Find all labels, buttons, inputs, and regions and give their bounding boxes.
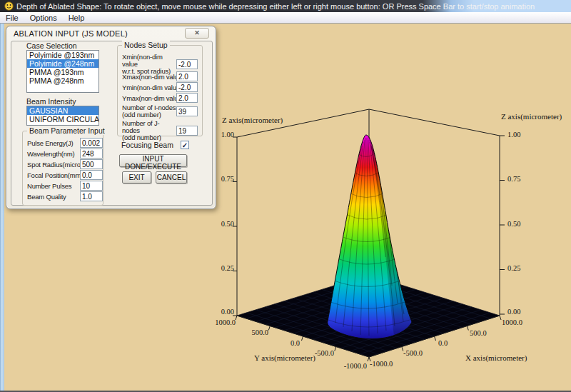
exit-button[interactable]: EXIT: [122, 171, 151, 184]
svg-text:-1000.0: -1000.0: [344, 362, 367, 370]
i-nodes-label: Number of I-nodes (odd number): [122, 104, 176, 119]
y-axis-title: Y axis(micrometer): [254, 353, 315, 363]
close-icon[interactable]: ✕: [185, 28, 209, 39]
svg-text:-500.0: -500.0: [403, 349, 423, 357]
svg-text:1000.0: 1000.0: [215, 318, 236, 326]
window-title: Depth of Ablated Shape: To rotate object…: [16, 2, 535, 11]
svg-text:500.0: 500.0: [470, 329, 487, 337]
number-pulses-label: Number Pulses: [27, 182, 80, 190]
xmin-field[interactable]: [176, 59, 198, 69]
svg-text:0.0: 0.0: [290, 339, 300, 347]
svg-text:-500.0: -500.0: [315, 349, 334, 357]
nodes-setup-group: Nodes Setup Xmin(non-dim value w.r.t. sp…: [117, 45, 203, 136]
wavelength-field[interactable]: [80, 149, 103, 159]
app-window: Depth of Ablated Shape: To rotate object…: [0, 0, 571, 392]
case-selection-label: Case Selection: [26, 41, 77, 50]
list-item-uniform-circular[interactable]: UNIFORM CIRCULAR: [27, 115, 98, 124]
number-pulses-field[interactable]: [80, 181, 103, 191]
z-axis-title-left: Z axis(micrometer): [222, 116, 283, 125]
pulse-energy-label: Pulse Energy(J): [27, 139, 80, 147]
ablation-input-dialog: ABLATION INPUT (JS MODEL) ✕ Case Selecti…: [6, 26, 216, 209]
spot-radius-label: Spot Radius(micron): [27, 161, 80, 169]
svg-text:0.50: 0.50: [221, 220, 234, 228]
svg-text:0.25: 0.25: [221, 264, 234, 272]
cancel-button[interactable]: CANCEL: [156, 171, 187, 184]
svg-text:-1000.0: -1000.0: [370, 360, 393, 368]
svg-text:0.00: 0.00: [221, 308, 234, 316]
j-nodes-label: Number of J-nodes (odd number): [122, 120, 176, 141]
menu-help[interactable]: Help: [63, 13, 91, 23]
beam-quality-field[interactable]: [80, 191, 103, 201]
spot-radius-field[interactable]: [80, 159, 103, 169]
x-axis-title: X axis(micrometer): [465, 353, 527, 363]
xmax-label: Xmax(non-dim value): [122, 73, 176, 81]
window-titlebar: Depth of Ablated Shape: To rotate object…: [0, 0, 571, 12]
list-item-polyimide-248-selected[interactable]: Polyimide @248nm: [27, 59, 98, 68]
beam-intensity-label: Beam Intensity: [26, 97, 76, 106]
svg-text:0.50: 0.50: [507, 220, 520, 228]
ymax-field[interactable]: [176, 93, 198, 103]
pulse-energy-field[interactable]: [80, 138, 103, 148]
ymin-label: Ymin(non-dim value): [122, 84, 176, 91]
svg-text:0.25: 0.25: [507, 264, 520, 272]
z-tick-labels-right: 1.00 0.75 0.50 0.25 0.00: [507, 131, 520, 316]
i-nodes-field[interactable]: [176, 106, 198, 116]
j-nodes-field[interactable]: [176, 126, 198, 136]
case-selection-listbox: Polyimide @193nm Polyimide @248nm PMMA @…: [26, 50, 99, 93]
list-item-gaussian-selected[interactable]: GAUSSIAN: [27, 106, 98, 115]
input-done-execute-button[interactable]: INPUT DONE/EXECUTE: [119, 154, 187, 167]
svg-text:0.00: 0.00: [507, 308, 520, 316]
wavelength-label: Wavelength(nm): [27, 150, 80, 158]
list-item-pmma-248[interactable]: PMMA @248nm: [27, 76, 98, 85]
svg-text:500.0: 500.0: [251, 328, 268, 336]
focusing-beam-checkbox[interactable]: ✓: [181, 141, 189, 149]
beam-intensity-listbox: GAUSSIAN UNIFORM CIRCULAR: [26, 106, 99, 126]
menubar: File Options Help: [0, 12, 571, 24]
gaussian-surface: [328, 135, 412, 339]
svg-text:0.75: 0.75: [507, 175, 520, 183]
focal-position-label: Focal Position(mm): [27, 171, 80, 179]
svg-text:1.00: 1.00: [221, 131, 234, 139]
beam-parameter-group-label: Beam Parameter Input: [27, 126, 107, 135]
ymax-label: Ymax(non-dim value): [122, 94, 176, 102]
svg-text:1000.0: 1000.0: [502, 318, 522, 326]
z-axis-title-right: Z axis(micrometer): [501, 112, 562, 121]
menu-file[interactable]: File: [0, 13, 24, 23]
svg-text:0.75: 0.75: [221, 175, 234, 183]
xmax-field[interactable]: [176, 71, 198, 81]
dialog-title: ABLATION INPUT (JS MODEL): [14, 29, 128, 38]
list-item-pmma-193[interactable]: PMMA @193nm: [27, 68, 98, 76]
svg-text:0.0: 0.0: [438, 339, 448, 347]
menu-options[interactable]: Options: [24, 13, 63, 23]
beam-parameter-group: Beam Parameter Input Pulse Energy(J) Wav…: [22, 131, 103, 206]
beam-quality-label: Beam Quality: [27, 193, 80, 201]
nodes-setup-group-label: Nodes Setup: [122, 41, 170, 49]
list-item-polyimide-193[interactable]: Polyimide @193nm: [27, 51, 98, 59]
z-tick-labels-left: 1.00 0.75 0.50 0.25 0.00: [221, 131, 234, 316]
focusing-beam-label: Focusing Beam: [121, 141, 173, 149]
ymin-field[interactable]: [176, 82, 198, 92]
svg-text:1.00: 1.00: [507, 131, 520, 139]
focal-position-field[interactable]: [80, 170, 103, 180]
smiley-app-icon: [4, 1, 14, 11]
